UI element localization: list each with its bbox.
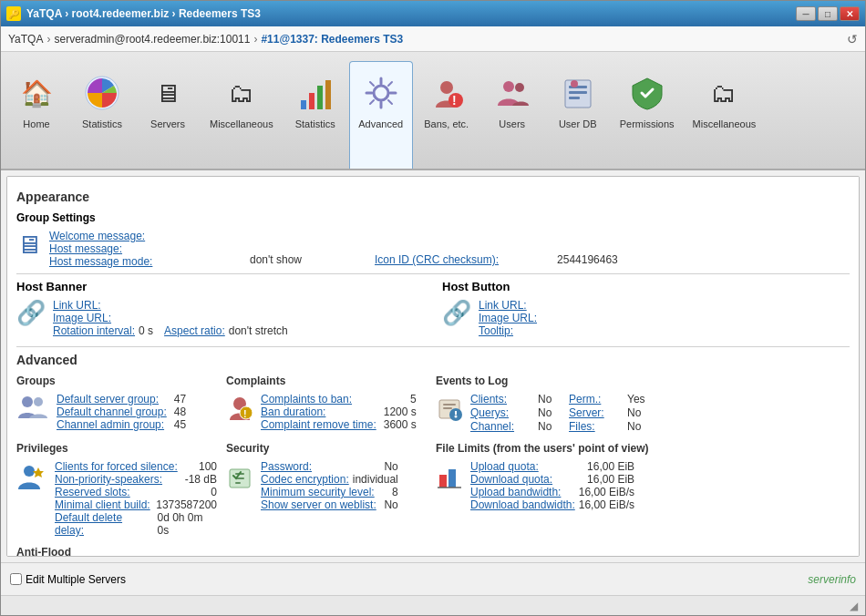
maximize-button[interactable]: □ — [818, 6, 838, 21]
non-priority-label[interactable]: Non-priority-speakers: — [55, 473, 162, 486]
toolbar-btn-bans[interactable]: ! Bans, etc. — [415, 61, 479, 169]
close-button[interactable]: ✕ — [840, 6, 860, 21]
channel-admin-group-label[interactable]: Channel admin group: — [57, 418, 164, 431]
resize-icon: ◢ — [850, 600, 858, 612]
addr-seg1: YaTQA — [8, 33, 43, 46]
reserved-slots-label[interactable]: Reserved slots: — [55, 486, 130, 498]
banner-links: Link URL: Image URL: Rotation interval: … — [53, 299, 288, 337]
host-message-mode-value: don't show — [250, 253, 302, 266]
svg-line-10 — [370, 82, 374, 86]
events-icon — [436, 393, 463, 433]
toolbar-btn-servers[interactable]: 🖥 Servers — [136, 61, 200, 169]
file-limits-block: File Limits (from the users' point of vi… — [436, 442, 850, 537]
channel-value: No — [538, 420, 565, 433]
password-row: Password: No — [261, 460, 398, 473]
querys-label[interactable]: Querys: — [470, 406, 534, 419]
forced-silence-label[interactable]: Clients for forced silence: — [55, 460, 178, 473]
svg-point-18 — [515, 83, 524, 92]
users-icon — [490, 71, 534, 115]
toolbar-misc1-label: Miscellaneous — [210, 118, 273, 130]
minimize-button[interactable]: ─ — [796, 6, 816, 21]
advanced-title: Advanced — [16, 353, 850, 367]
button-link-url[interactable]: Link URL: — [479, 299, 527, 312]
forced-silence-value: 100 — [199, 460, 217, 473]
complaint-remove-label[interactable]: Complaint remove time: — [261, 418, 376, 431]
banner-aspect-link[interactable]: Aspect ratio: — [164, 324, 225, 337]
window-title: YaTQA › root4.redeemer.biz › Redeemers T… — [26, 7, 261, 20]
clients-label[interactable]: Clients: — [470, 393, 534, 406]
svg-line-12 — [388, 82, 392, 86]
host-message-mode-link[interactable]: Host message mode: — [49, 255, 152, 268]
banner-rotation-link[interactable]: Rotation interval: — [53, 324, 135, 337]
minimal-build-label[interactable]: Minimal client build: — [55, 498, 150, 511]
file-limits-content: Upload quota: 16,00 EiB Download quota: … — [436, 460, 850, 511]
events-title: Events to Log — [436, 375, 850, 387]
ban-duration-value: 1200 s — [384, 406, 417, 418]
non-priority-row: Non-priority-speakers: -18 dB — [55, 473, 217, 486]
files-label[interactable]: Files: — [569, 420, 624, 433]
banner-aspect-value: don't stretch — [229, 324, 288, 337]
toolbar-btn-misc1[interactable]: 🗂 Miscellaneous — [201, 61, 282, 169]
codec-label[interactable]: Codec encryption: — [261, 473, 349, 486]
monitor-icon: 🖥 — [16, 230, 42, 260]
button-links: Link URL: Image URL: Tooltip: — [479, 299, 537, 337]
download-bandwidth-row: Download bandwidth: 16,00 EiB/s — [470, 498, 634, 511]
perm-label[interactable]: Perm.: — [569, 393, 624, 406]
toolbar-btn-statistics1[interactable]: Statistics — [70, 61, 134, 169]
ban-duration-label[interactable]: Ban duration: — [261, 406, 325, 418]
server-label[interactable]: Server: — [569, 406, 624, 419]
delete-delay-label[interactable]: Default delete delay: — [55, 511, 154, 537]
svg-rect-1 — [301, 100, 306, 109]
bans-icon: ! — [425, 71, 469, 115]
icon-id-label[interactable]: Icon ID (CRC checksum): — [375, 253, 499, 266]
reserved-slots-value: 0 — [211, 486, 217, 498]
banner-image-url[interactable]: Image URL: — [53, 312, 111, 324]
host-message-link[interactable]: Host message: — [49, 242, 122, 255]
upload-bandwidth-label[interactable]: Upload bandwidth: — [470, 486, 561, 498]
svg-point-23 — [571, 80, 578, 87]
toolbar-btn-userdb[interactable]: User DB — [546, 61, 610, 169]
channel-admin-group-value: 45 — [174, 418, 186, 431]
toolbar-statistics2-label: Statistics — [295, 118, 335, 130]
edit-multiple-text: Edit Multiple Servers — [26, 573, 126, 586]
host-msg-mode-area: don't show Icon ID (CRC checksum): 25441… — [250, 211, 850, 268]
addr-nav-icon[interactable]: ↺ — [847, 32, 858, 46]
file-limits-links: Upload quota: 16,00 EiB Download quota: … — [470, 460, 634, 511]
toolbar-btn-advanced[interactable]: Advanced — [349, 61, 413, 169]
default-channel-group-label[interactable]: Default channel group: — [57, 406, 167, 418]
download-bandwidth-label[interactable]: Download bandwidth: — [470, 498, 575, 511]
toolbar-btn-misc2[interactable]: 🗂 Miscellaneous — [685, 61, 765, 169]
button-image-url[interactable]: Image URL: — [479, 312, 537, 324]
codec-row: Codec encryption: individual — [261, 473, 398, 486]
security-title: Security — [226, 442, 427, 455]
banner-rotation-value: 0 s — [139, 324, 153, 337]
file-limits-icon — [436, 460, 463, 511]
password-label[interactable]: Password: — [261, 460, 312, 473]
complaints-links: Complaints to ban: 5 Ban duration: 1200 … — [261, 393, 417, 431]
download-quota-label[interactable]: Download quota: — [470, 473, 552, 486]
events-rows: Clients: No Perm.: Yes Querys: No Server… — [470, 393, 655, 433]
toolbar-btn-home[interactable]: 🏠 Home — [5, 61, 68, 169]
toolbar-btn-statistics2[interactable]: Statistics — [284, 61, 347, 169]
security-level-label[interactable]: Minimum security level: — [261, 486, 375, 498]
toolbar-btn-users[interactable]: Users — [480, 61, 544, 169]
default-channel-group-row: Default channel group: 48 — [57, 406, 186, 418]
default-server-group-label[interactable]: Default server group: — [57, 393, 159, 406]
home-icon: 🏠 — [15, 71, 58, 115]
weblist-label[interactable]: Show server on weblist: — [261, 498, 376, 511]
delete-delay-row: Default delete delay: 0d 0h 0m 0s — [55, 511, 217, 537]
privileges-title: Privileges — [16, 442, 217, 455]
servers-icon: 🖥 — [146, 71, 190, 115]
complaints-to-ban-label[interactable]: Complaints to ban: — [261, 393, 352, 406]
banner-link-url[interactable]: Link URL: — [53, 299, 101, 312]
edit-multiple-label[interactable]: Edit Multiple Servers — [10, 573, 126, 586]
minimal-build-row: Minimal client build: 1373587200 — [55, 498, 217, 511]
welcome-message-link[interactable]: Welcome message: — [49, 230, 145, 242]
group-settings-title: Group Settings — [16, 211, 235, 224]
upload-quota-label[interactable]: Upload quota: — [470, 460, 539, 473]
button-tooltip[interactable]: Tooltip: — [479, 324, 513, 337]
channel-label[interactable]: Channel: — [470, 420, 534, 433]
misc1-icon: 🗂 — [220, 71, 263, 115]
edit-multiple-checkbox[interactable] — [10, 573, 22, 585]
toolbar-btn-permissions[interactable]: Permissions — [612, 61, 683, 169]
